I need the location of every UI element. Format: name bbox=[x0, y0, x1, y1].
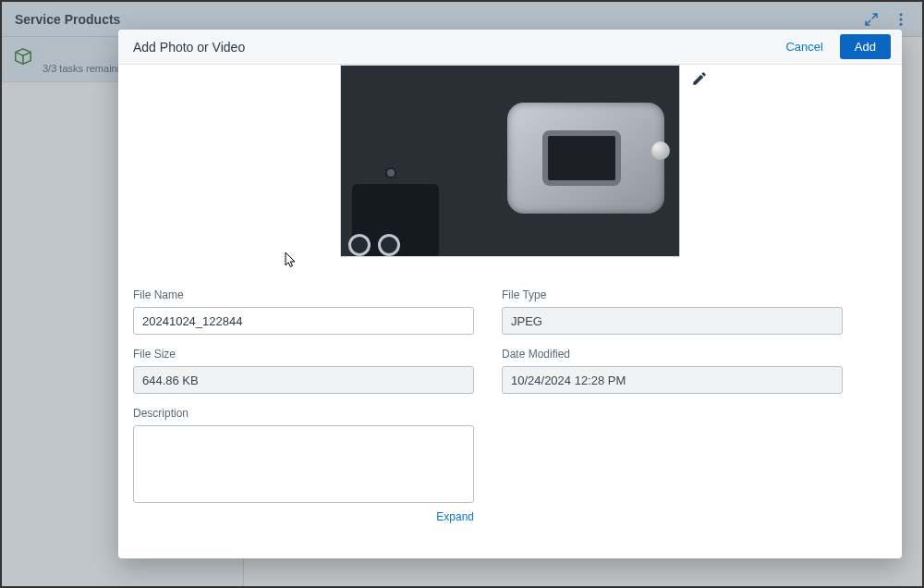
edit-photo-icon[interactable] bbox=[691, 70, 708, 87]
description-input[interactable] bbox=[133, 425, 474, 503]
modal-body: File Name File Type File Size Date Modif… bbox=[118, 65, 902, 558]
modal-header: Add Photo or Video Cancel Add bbox=[118, 30, 902, 65]
file-name-label: File Name bbox=[133, 288, 474, 301]
cancel-button[interactable]: Cancel bbox=[780, 34, 828, 59]
file-size-label: File Size bbox=[133, 348, 474, 361]
file-size-field: File Size bbox=[133, 348, 474, 394]
description-field: Description Expand bbox=[133, 407, 474, 523]
date-modified-field: Date Modified bbox=[502, 348, 843, 394]
photo-preview bbox=[340, 65, 680, 257]
file-type-field: File Type bbox=[502, 288, 843, 335]
date-modified-label: Date Modified bbox=[502, 348, 843, 361]
file-type-label: File Type bbox=[502, 288, 843, 301]
add-photo-modal: Add Photo or Video Cancel Add bbox=[118, 30, 902, 558]
file-name-field: File Name bbox=[133, 288, 474, 335]
date-modified-input bbox=[502, 366, 843, 394]
modal-title: Add Photo or Video bbox=[133, 40, 245, 55]
file-size-input bbox=[133, 366, 474, 394]
description-label: Description bbox=[133, 407, 474, 420]
add-button[interactable]: Add bbox=[840, 34, 891, 59]
file-name-input[interactable] bbox=[133, 307, 474, 335]
file-type-input bbox=[502, 307, 843, 335]
expand-description-button[interactable]: Expand bbox=[133, 510, 474, 523]
